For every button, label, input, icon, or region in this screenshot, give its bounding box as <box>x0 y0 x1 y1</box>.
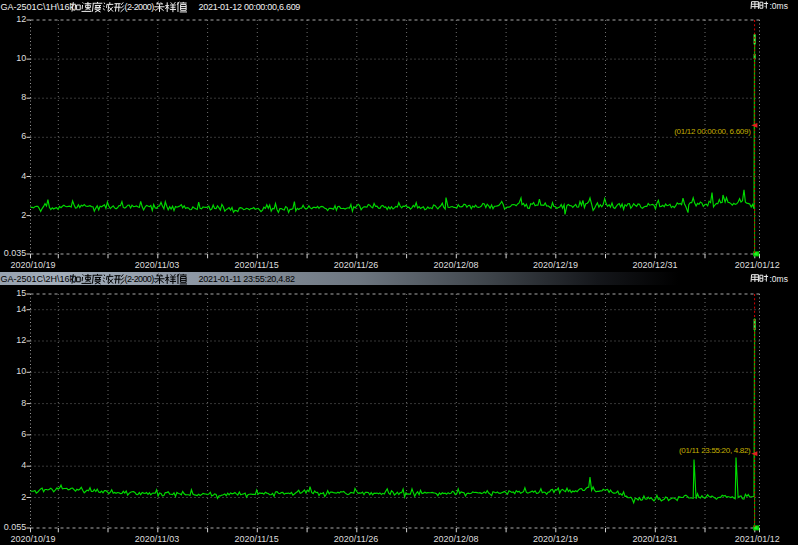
svg-text:12: 12 <box>16 14 26 24</box>
svg-text:(01/11 23:55:20, 4.82): (01/11 23:55:20, 4.82) <box>679 446 751 455</box>
svg-text:2020/12/08: 2020/12/08 <box>433 534 478 544</box>
svg-text:4: 4 <box>21 171 26 181</box>
svg-text:2020/11/03: 2020/11/03 <box>135 534 179 544</box>
svg-text:(2-2000).: (2-2000). <box>125 274 156 284</box>
svg-text:2021-01-12 00:00:00,6.609: 2021-01-12 00:00:00,6.609 <box>199 2 301 12</box>
svg-text:14: 14 <box>16 304 26 314</box>
svg-text:4: 4 <box>21 460 26 470</box>
svg-text:2020/11/26: 2020/11/26 <box>334 534 378 544</box>
svg-text:2020/11/03: 2020/11/03 <box>135 260 179 270</box>
svg-text:6: 6 <box>21 131 26 141</box>
svg-text:2021/01/12: 2021/01/12 <box>735 260 780 270</box>
svg-text:(2-2000).: (2-2000). <box>125 2 156 12</box>
svg-text:2020/12/19: 2020/12/19 <box>533 260 578 270</box>
svg-text::0ms: :0ms <box>770 1 788 11</box>
svg-text:2020/11/15: 2020/11/15 <box>235 260 279 270</box>
svg-text:15: 15 <box>16 288 26 298</box>
svg-text:2020/12/31: 2020/12/31 <box>632 534 677 544</box>
svg-text:GA-2501C\2H\16k: GA-2501C\2H\16k <box>1 274 75 284</box>
svg-text:2020/12/08: 2020/12/08 <box>433 260 478 270</box>
svg-text:12: 12 <box>16 335 26 345</box>
svg-text:10: 10 <box>16 53 26 63</box>
svg-text::0ms: :0ms <box>770 274 788 284</box>
svg-text:0.055: 0.055 <box>4 522 27 532</box>
svg-text:10: 10 <box>16 366 26 376</box>
svg-text:2021/01/12: 2021/01/12 <box>735 534 780 544</box>
svg-text:2: 2 <box>21 492 26 502</box>
svg-text:6: 6 <box>21 429 26 439</box>
svg-text:8: 8 <box>21 398 26 408</box>
svg-text:2021-01-11 23:55:20,4.82: 2021-01-11 23:55:20,4.82 <box>199 274 295 284</box>
svg-text:2: 2 <box>21 210 26 220</box>
svg-text:2020/12/31: 2020/12/31 <box>632 260 677 270</box>
svg-text:2020/11/26: 2020/11/26 <box>334 260 378 270</box>
svg-text:2020/10/19: 2020/10/19 <box>10 260 55 270</box>
svg-text:(01/12 00:00:00, 6.609): (01/12 00:00:00, 6.609) <box>674 127 751 136</box>
svg-text:GA-2501C\1H\16k: GA-2501C\1H\16k <box>1 2 75 12</box>
svg-text:2020/12/19: 2020/12/19 <box>533 534 578 544</box>
svg-text:0.035: 0.035 <box>4 248 27 258</box>
svg-text:2020/11/15: 2020/11/15 <box>235 534 279 544</box>
svg-text:2020/10/19: 2020/10/19 <box>10 534 55 544</box>
svg-text:8: 8 <box>21 92 26 102</box>
